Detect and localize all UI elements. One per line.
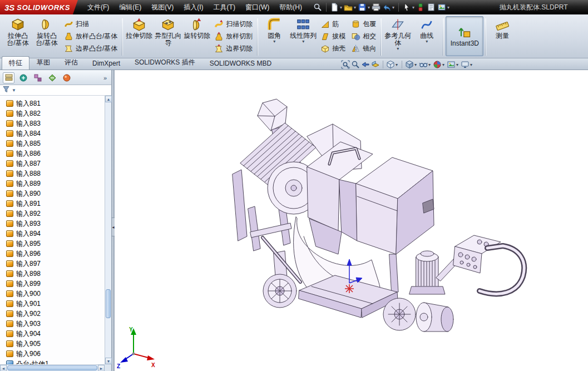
tree-item[interactable]: 输入884	[0, 128, 105, 138]
tree-item[interactable]: 输入902	[0, 309, 105, 319]
filter-dropdown-caret[interactable]: ▼	[12, 88, 16, 93]
menu-edit[interactable]: 编辑(E)	[114, 0, 146, 15]
appearance-dropdown-caret[interactable]: ▾	[447, 5, 449, 10]
hide-show-items-icon[interactable]	[418, 60, 428, 70]
edit-appearance-icon[interactable]	[432, 60, 442, 70]
display-style-caret[interactable]: ▾	[414, 62, 417, 67]
menu-tools[interactable]: 工具(T)	[209, 0, 240, 15]
tree-item[interactable]: 输入886	[0, 149, 105, 159]
tab-evaluate[interactable]: 评估	[57, 56, 85, 70]
tree-item[interactable]: 输入894	[0, 229, 105, 239]
display-style-icon[interactable]	[404, 60, 414, 70]
tree-vertical-scrollbar[interactable]: ▲ ▼	[105, 96, 111, 364]
reference-geometry-button[interactable]: 参考几何体 ▾	[383, 16, 412, 56]
tree-item[interactable]: 输入904	[0, 329, 105, 339]
previous-view-icon[interactable]	[360, 60, 370, 70]
boundary-cut-button[interactable]: 边界切除	[211, 43, 255, 55]
print-icon[interactable]	[371, 2, 382, 13]
tree-item[interactable]: 输入881	[0, 98, 105, 108]
linear-pattern-button[interactable]: 线性阵列 ▾	[289, 16, 318, 56]
revolved-cut-button[interactable]: 旋转切除	[182, 16, 211, 56]
propertymanager-tab-icon[interactable]	[17, 72, 29, 83]
tree-item[interactable]: 输入896	[0, 249, 105, 259]
displaymanager-tab-icon[interactable]	[61, 72, 72, 83]
mirror-button[interactable]: 镜向	[348, 43, 379, 55]
hole-wizard-button[interactable]: 异型孔向导	[154, 16, 182, 56]
command-search-icon[interactable]	[313, 2, 323, 13]
edit-appearance-caret[interactable]: ▾	[442, 62, 444, 67]
linear-pattern-dropdown-caret[interactable]: ▾	[302, 39, 304, 44]
menu-file[interactable]: 文件(F)	[82, 0, 114, 15]
tree-item[interactable]: 凸台-拉伸1	[0, 359, 105, 364]
undo-icon[interactable]	[382, 2, 392, 13]
tab-sketch[interactable]: 草图	[29, 56, 57, 70]
save-dropdown-caret[interactable]: ▾	[368, 5, 370, 10]
filter-icon[interactable]	[2, 85, 10, 95]
tree-item[interactable]: 输入890	[0, 189, 105, 199]
intersect-button[interactable]: 相交	[348, 31, 379, 42]
tree-item[interactable]: 输入898	[0, 269, 105, 279]
hide-show-items-caret[interactable]: ▾	[428, 62, 431, 67]
draft-button[interactable]: 拔模	[318, 31, 348, 42]
tree-item[interactable]: 输入885	[0, 138, 105, 149]
open-dropdown-caret[interactable]: ▾	[354, 5, 356, 10]
fillet-button[interactable]: 圆角 ▾	[260, 16, 289, 56]
horizontal-scroll-thumb[interactable]	[7, 365, 97, 370]
scroll-up-arrow[interactable]: ▲	[105, 96, 112, 102]
zoom-to-fit-icon[interactable]	[340, 60, 350, 70]
zoom-to-area-icon[interactable]	[350, 60, 360, 70]
new-document-icon[interactable]	[329, 2, 340, 13]
view-settings-icon[interactable]	[460, 60, 470, 70]
lofted-boss-button[interactable]: 放样凸台/基体	[61, 31, 120, 42]
wrap-button[interactable]: 包覆	[348, 18, 379, 30]
swept-boss-button[interactable]: 扫描	[61, 18, 120, 30]
lofted-cut-button[interactable]: 放样切割	[211, 31, 255, 42]
select-icon[interactable]	[402, 2, 412, 13]
menu-help[interactable]: 帮助(H)	[274, 0, 307, 15]
extruded-boss-button[interactable]: 拉伸凸台/基体	[3, 16, 32, 56]
select-dropdown-caret[interactable]: ▾	[412, 5, 414, 10]
tree-item[interactable]: 输入900	[0, 289, 105, 299]
tree-item[interactable]: 输入903	[0, 319, 105, 329]
fillet-dropdown-caret[interactable]: ▾	[273, 39, 275, 44]
panel-expand-chevron[interactable]: »	[103, 75, 109, 81]
appearance-icon[interactable]	[437, 2, 447, 13]
revolved-boss-button[interactable]: 旋转凸台/基体	[32, 16, 61, 56]
dimxpertmanager-tab-icon[interactable]	[46, 72, 58, 83]
curves-button[interactable]: 曲线 ▾	[412, 16, 441, 56]
apply-scene-icon[interactable]	[446, 60, 456, 70]
scroll-down-arrow[interactable]: ▼	[105, 358, 112, 364]
swept-cut-button[interactable]: 扫描切除	[211, 18, 255, 30]
save-icon[interactable]	[357, 2, 368, 13]
tree-item[interactable]: 输入882	[0, 108, 105, 118]
scroll-left-arrow[interactable]: ◄	[0, 365, 7, 371]
menu-insert[interactable]: 插入(I)	[179, 0, 208, 15]
tree-item[interactable]: 输入901	[0, 299, 105, 309]
tree-item[interactable]: 输入892	[0, 209, 105, 219]
new-dropdown-caret[interactable]: ▾	[340, 5, 342, 10]
tab-solidworks-mbd[interactable]: SOLIDWORKS MBD	[202, 57, 279, 70]
tab-features[interactable]: 特征	[2, 56, 29, 70]
file-properties-icon[interactable]	[426, 2, 437, 13]
tree-item[interactable]: 输入905	[0, 339, 105, 349]
tree-item[interactable]: 输入891	[0, 199, 105, 209]
rebuild-icon[interactable]	[416, 2, 426, 13]
tree-item[interactable]: 输入889	[0, 179, 105, 189]
apply-scene-caret[interactable]: ▾	[456, 62, 458, 67]
view-orientation-icon[interactable]	[386, 60, 396, 70]
reference-geometry-dropdown-caret[interactable]: ▾	[397, 47, 399, 51]
tab-solidworks-addins[interactable]: SOLIDWORKS 插件	[127, 56, 202, 70]
instant3d-toggle-button[interactable]: Instant3D	[446, 16, 483, 56]
graphics-viewport[interactable]: Y X Z	[115, 70, 588, 371]
tab-dimxpert[interactable]: DimXpert	[85, 57, 127, 70]
featuremanager-tab-icon[interactable]	[3, 72, 14, 83]
scroll-right-arrow[interactable]: ►	[98, 365, 105, 371]
shell-button[interactable]: 抽壳	[318, 43, 348, 55]
tree-item[interactable]: 输入906	[0, 349, 105, 359]
tree-horizontal-scrollbar[interactable]: ◄ ►	[0, 364, 105, 371]
tree-item[interactable]: 输入887	[0, 159, 105, 169]
open-icon[interactable]	[343, 2, 354, 13]
extruded-cut-button[interactable]: 拉伸切除	[125, 16, 154, 56]
view-settings-caret[interactable]: ▾	[470, 62, 472, 67]
menu-window[interactable]: 窗口(W)	[240, 0, 274, 15]
